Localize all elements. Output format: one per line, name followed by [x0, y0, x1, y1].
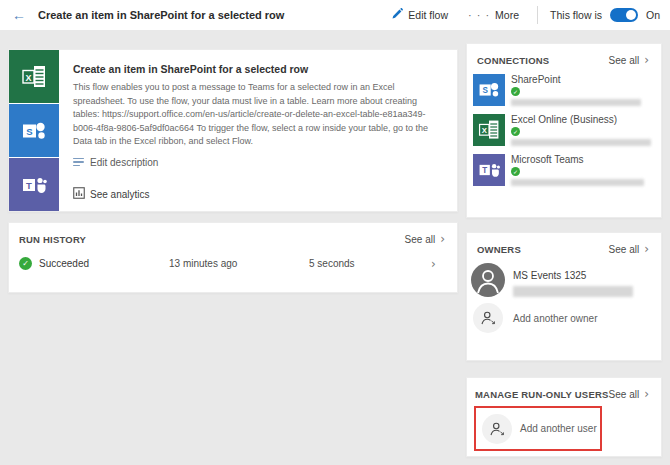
run-history-card: RUN HISTORY See all › ✓ Succeeded 13 min… — [8, 222, 458, 293]
run-status: ✓ Succeeded — [19, 257, 169, 270]
owner-info: MS Events 1325 — [513, 263, 633, 297]
run-history-header-row: RUN HISTORY See all › — [9, 223, 457, 251]
flow-state-label: This flow is — [550, 9, 602, 21]
owner-row[interactable]: MS Events 1325 — [471, 263, 649, 297]
connections-header: CONNECTIONS — [477, 55, 549, 66]
run-history-header: RUN HISTORY — [19, 234, 86, 245]
redacted-owner-email — [513, 286, 633, 297]
more-label: More — [495, 9, 519, 21]
connection-name: Excel Online (Business) — [511, 114, 651, 125]
edit-description-icon — [73, 158, 84, 167]
see-analytics-button[interactable]: See analytics — [73, 187, 149, 201]
connection-info: SharePoint ✓ — [511, 74, 641, 106]
chevron-right-icon: › — [431, 258, 445, 270]
connections-see-all-link[interactable]: See all › — [609, 54, 649, 66]
more-button[interactable]: · · · More — [462, 5, 525, 25]
edit-flow-button[interactable]: Edit flow — [385, 4, 454, 26]
top-bar-left: ← Create an item in SharePoint for a sel… — [12, 8, 284, 22]
run-only-users-card: MANAGE RUN-ONLY USERS See all › Add anot… — [466, 377, 662, 457]
add-owner-label: Add another owner — [513, 313, 598, 324]
svg-text:X: X — [25, 72, 31, 82]
add-run-only-user-label[interactable]: Add another user — [520, 423, 597, 434]
svg-text:T: T — [26, 179, 32, 190]
chevron-right-icon: › — [440, 233, 445, 245]
connection-row-teams[interactable]: T Microsoft Teams ✓ — [473, 154, 649, 186]
run-only-users-see-all-link[interactable]: See all › — [609, 388, 649, 400]
connection-row-excel[interactable]: X Excel Online (Business) ✓ — [473, 114, 649, 146]
add-person-icon[interactable] — [482, 414, 512, 444]
connection-info: Microsoft Teams ✓ — [511, 154, 644, 186]
run-history-see-all-link[interactable]: See all › — [405, 233, 445, 245]
owners-see-all-link[interactable]: See all › — [609, 243, 649, 255]
run-start-time: 13 minutes ago — [169, 258, 309, 269]
top-bar-divider — [537, 6, 538, 24]
add-owner-button[interactable]: Add another owner — [471, 303, 649, 333]
more-ellipsis-icon: · · · — [468, 13, 490, 17]
see-all-label: See all — [609, 244, 640, 255]
edit-description-label: Edit description — [90, 157, 158, 168]
top-bar-right: Edit flow · · · More This flow is On — [385, 4, 660, 26]
add-run-only-user-highlight: Add another user — [474, 406, 602, 451]
redacted-account-name — [511, 179, 644, 186]
see-all-label: See all — [405, 234, 436, 245]
add-person-icon — [473, 303, 503, 333]
excel-icon: X — [9, 50, 59, 103]
run-only-users-header: MANAGE RUN-ONLY USERS — [475, 389, 609, 400]
edit-description-button[interactable]: Edit description — [73, 157, 443, 168]
svg-text:T: T — [482, 166, 487, 175]
svg-text:S: S — [26, 125, 32, 136]
teams-icon: T — [473, 154, 505, 186]
flow-details-info: Create an item in SharePoint for a selec… — [59, 50, 457, 211]
page-title: Create an item in SharePoint for a selec… — [38, 9, 284, 21]
see-all-label: See all — [609, 389, 640, 400]
connections-card: CONNECTIONS See all › S SharePoint ✓ — [466, 43, 662, 218]
owner-avatar — [471, 263, 505, 297]
flow-description: This flow enables you to post a message … — [73, 81, 443, 149]
run-duration: 5 seconds — [309, 258, 431, 269]
sharepoint-icon: S — [9, 104, 59, 157]
svg-text:X: X — [482, 126, 488, 135]
flow-state-value: On — [646, 9, 660, 21]
chevron-right-icon: › — [644, 388, 649, 400]
right-column: CONNECTIONS See all › S SharePoint ✓ — [466, 43, 662, 457]
connection-row-sharepoint[interactable]: S SharePoint ✓ — [473, 74, 649, 106]
edit-flow-label: Edit flow — [408, 9, 448, 21]
toggle-knob — [626, 10, 636, 20]
owner-name: MS Events 1325 — [513, 270, 586, 281]
flow-details-card: X S T — [8, 49, 458, 212]
run-row[interactable]: ✓ Succeeded 13 minutes ago 5 seconds › — [9, 251, 457, 276]
owners-header: OWNERS — [477, 244, 521, 255]
connected-check-icon: ✓ — [511, 127, 520, 136]
top-bar: ← Create an item in SharePoint for a sel… — [0, 0, 670, 30]
connection-name: SharePoint — [511, 74, 641, 85]
owners-header-row: OWNERS See all › — [471, 241, 649, 263]
connected-check-icon: ✓ — [511, 167, 520, 176]
redacted-account-name — [511, 99, 641, 106]
sharepoint-icon: S — [473, 74, 505, 106]
edit-pencil-icon — [391, 8, 403, 22]
excel-icon: X — [473, 114, 505, 146]
see-analytics-label: See analytics — [90, 189, 149, 200]
analytics-chart-icon — [73, 187, 85, 201]
connection-name: Microsoft Teams — [511, 154, 644, 165]
flow-app-icon-strip: X S T — [9, 50, 59, 211]
see-all-label: See all — [609, 55, 640, 66]
flow-on-off-toggle[interactable] — [610, 8, 638, 22]
back-icon[interactable]: ← — [12, 8, 26, 22]
flow-title: Create an item in SharePoint for a selec… — [73, 63, 443, 75]
svg-text:S: S — [482, 86, 488, 95]
owners-card: OWNERS See all › MS Events 1325 — [466, 232, 662, 361]
chevron-right-icon: › — [644, 243, 649, 255]
connections-header-row: CONNECTIONS See all › — [473, 52, 649, 74]
redacted-account-name — [511, 139, 651, 146]
connection-info: Excel Online (Business) ✓ — [511, 114, 651, 146]
run-status-label: Succeeded — [39, 258, 89, 269]
chevron-right-icon: › — [644, 54, 649, 66]
main-column: X S T — [8, 49, 458, 293]
success-check-icon: ✓ — [19, 257, 32, 270]
flow-details-page: ← Create an item in SharePoint for a sel… — [0, 0, 670, 465]
teams-icon: T — [9, 158, 59, 211]
run-only-users-header-row: MANAGE RUN-ONLY USERS See all › — [473, 386, 649, 406]
connected-check-icon: ✓ — [511, 87, 520, 96]
